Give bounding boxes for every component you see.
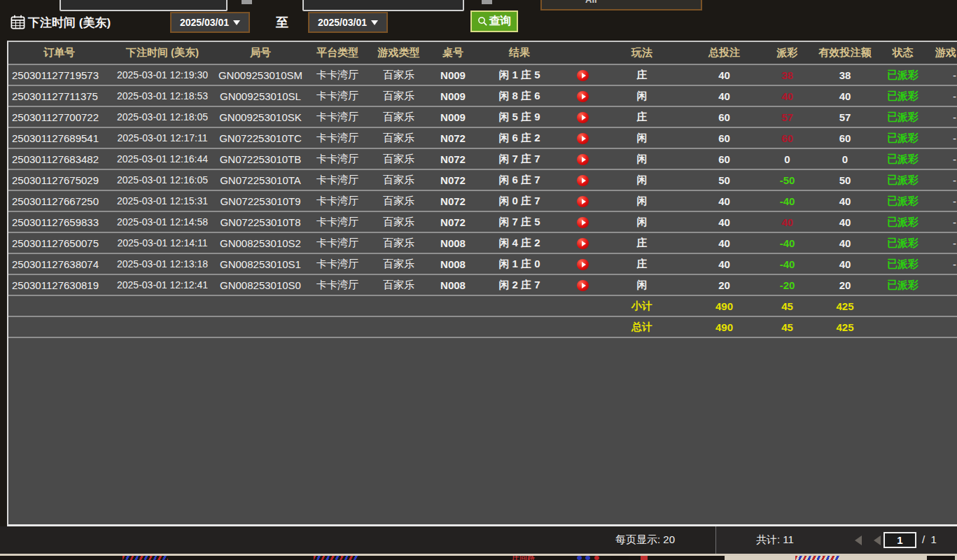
bet-time: 2025-03-01 12:19:30 xyxy=(110,64,215,85)
filter-row: 下注时间 (美东) 2025/03/01 至 2025/03/01 查询 xyxy=(0,0,957,41)
status: 已派彩 xyxy=(883,274,922,295)
sum-empty-cell xyxy=(561,295,603,316)
valid-bet: 40 xyxy=(806,85,883,106)
replay-icon[interactable] xyxy=(577,196,589,207)
table-row: 2503011276895412025-03-01 12:17:11GN0722… xyxy=(8,127,957,148)
sum-empty-cell xyxy=(369,316,428,337)
game: - xyxy=(922,148,957,169)
table-number: N072 xyxy=(428,127,477,148)
roadmap-marks-icon xyxy=(795,556,840,560)
order-number: 250301127659833 xyxy=(8,211,110,232)
header-payout: 派彩 xyxy=(768,42,806,64)
platform-type: 卡卡湾厅 xyxy=(306,232,369,253)
replay-icon[interactable] xyxy=(577,91,589,102)
prev-page-icon[interactable] xyxy=(874,536,881,545)
replay-icon[interactable] xyxy=(577,280,589,291)
sum-empty-cell xyxy=(8,316,110,337)
query-button[interactable]: 查询 xyxy=(470,10,518,32)
date-to-picker[interactable]: 2025/03/01 xyxy=(308,12,388,33)
result: 闲 1 庄 0 xyxy=(477,253,561,274)
sum-label: 总计 xyxy=(603,316,680,337)
status: 已派彩 xyxy=(883,64,922,85)
replay-icon[interactable] xyxy=(577,70,589,81)
round-number: GN008253010S0 xyxy=(215,274,306,295)
table-row: 2503011277195732025-03-01 12:19:30GN0092… xyxy=(8,64,957,85)
round-number: GN008253010S2 xyxy=(215,232,306,253)
table-row: 2503011276308192025-03-01 12:12:41GN0082… xyxy=(8,274,957,295)
order-number: 250301127700722 xyxy=(8,106,110,127)
game-type: 百家乐 xyxy=(369,253,428,274)
replay-cell xyxy=(561,85,603,106)
replay-cell xyxy=(561,190,603,211)
order-number: 250301127719573 xyxy=(8,64,110,85)
replay-icon[interactable] xyxy=(577,175,589,186)
valid-bet: 40 xyxy=(806,232,883,253)
total-bet: 60 xyxy=(680,148,768,169)
game: - xyxy=(922,85,957,106)
roadmap-dot-icon xyxy=(577,556,582,560)
page-input[interactable] xyxy=(883,532,916,548)
query-button-label: 查询 xyxy=(489,14,512,29)
table-row: 2503011277113752025-03-01 12:18:53GN0092… xyxy=(8,85,957,106)
header-platform-type: 平台类型 xyxy=(306,42,369,64)
payout: 40 xyxy=(768,211,806,232)
background-mark xyxy=(641,556,648,560)
replay-icon[interactable] xyxy=(577,133,589,144)
date-from-picker[interactable]: 2025/03/01 xyxy=(170,12,250,33)
payout: -20 xyxy=(768,274,806,295)
total-bet: 40 xyxy=(680,190,768,211)
replay-cell xyxy=(561,274,603,295)
valid-bet: 57 xyxy=(806,106,883,127)
table-number: N009 xyxy=(428,85,477,106)
bet-time: 2025-03-01 12:12:41 xyxy=(110,274,215,295)
round-number: GN072253010TB xyxy=(215,148,306,169)
dropdown-arrow-icon xyxy=(233,20,240,25)
sum-payout: 45 xyxy=(768,295,806,316)
table-row: 2503011276834822025-03-01 12:16:44GN0722… xyxy=(8,148,957,169)
bet-time: 2025-03-01 12:18:05 xyxy=(110,106,215,127)
result: 闲 2 庄 7 xyxy=(477,274,561,295)
replay-icon[interactable] xyxy=(577,154,589,165)
header-replay-cell xyxy=(561,42,603,64)
valid-bet: 50 xyxy=(806,169,883,190)
order-number: 250301127675029 xyxy=(8,169,110,190)
replay-cell xyxy=(561,148,603,169)
replay-icon[interactable] xyxy=(577,112,589,123)
payout: 60 xyxy=(768,127,806,148)
header-round-number: 局号 xyxy=(215,42,306,64)
first-page-icon[interactable] xyxy=(855,536,862,545)
result: 闲 8 庄 6 xyxy=(477,85,561,106)
bet-time: 2025-03-01 12:14:11 xyxy=(110,232,215,253)
result: 闲 7 庄 5 xyxy=(477,211,561,232)
platform-type: 卡卡湾厅 xyxy=(306,148,369,169)
platform-type: 卡卡湾厅 xyxy=(306,127,369,148)
status: 已派彩 xyxy=(883,253,922,274)
pagination-divider xyxy=(715,526,716,554)
replay-cell xyxy=(561,127,603,148)
sum-empty-cell xyxy=(110,295,215,316)
replay-cell xyxy=(561,253,603,274)
records-table: 订单号下注时间 (美东)局号平台类型游戏类型桌号结果玩法总投注派彩有效投注额状态… xyxy=(8,42,957,338)
result: 闲 7 庄 7 xyxy=(477,148,561,169)
bet-time: 2025-03-01 12:16:44 xyxy=(110,148,215,169)
game: - xyxy=(922,127,957,148)
background-panel xyxy=(725,556,957,560)
table-number: N072 xyxy=(428,169,477,190)
status: 已派彩 xyxy=(883,148,922,169)
replay-icon[interactable] xyxy=(577,259,589,270)
payout: -50 xyxy=(768,169,806,190)
calendar-icon xyxy=(11,15,25,32)
bet-time: 2025-03-01 12:17:11 xyxy=(110,127,215,148)
roadmap-marks-icon xyxy=(123,556,168,560)
valid-bet: 38 xyxy=(806,64,883,85)
game: - xyxy=(922,232,957,253)
header-table-number: 桌号 xyxy=(428,42,477,64)
header-total-bet: 总投注 xyxy=(680,42,768,64)
total-bet: 40 xyxy=(680,211,768,232)
background-block xyxy=(927,556,955,560)
replay-icon[interactable] xyxy=(577,217,589,228)
status: 已派彩 xyxy=(883,232,922,253)
replay-icon[interactable] xyxy=(577,238,589,249)
play-method: 闲 xyxy=(603,148,680,169)
play-method: 闲 xyxy=(603,274,680,295)
